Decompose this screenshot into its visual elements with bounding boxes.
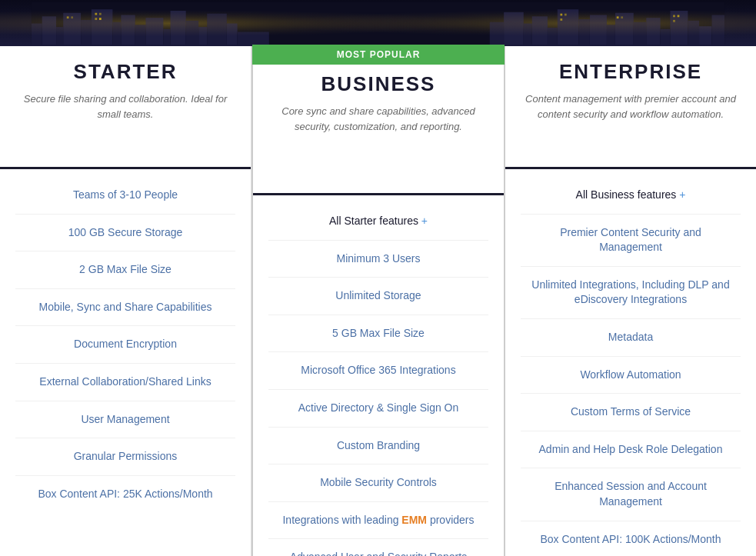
svg-rect-14 [171, 11, 186, 45]
svg-rect-42 [71, 16, 73, 18]
business-features: All Starter features + Minimum 3 Users U… [253, 195, 504, 556]
pricing-table: STARTER Secure file sharing and collabor… [0, 46, 756, 556]
enterprise-column: ENTERPRISE Content management with premi… [505, 46, 756, 556]
svg-rect-49 [678, 15, 680, 17]
svg-rect-22 [524, 23, 532, 45]
list-item: Mobile, Sync and Share Capabilities [15, 289, 235, 327]
business-column: MOST POPULAR BUSINESS Core sync and shar… [251, 46, 505, 556]
enterprise-features: All Business features + Premier Content … [505, 169, 756, 556]
list-item: Custom Branding [268, 428, 488, 465]
svg-rect-25 [558, 9, 579, 45]
svg-rect-6 [63, 12, 81, 44]
svg-rect-28 [607, 25, 615, 45]
svg-rect-48 [673, 15, 675, 17]
list-item: Box Content API: 25K Actions/Month [15, 476, 235, 513]
svg-rect-9 [112, 22, 121, 44]
list-item: Admin and Help Desk Role Delegation [521, 431, 741, 469]
svg-rect-10 [121, 15, 135, 45]
svg-rect-21 [504, 12, 524, 44]
svg-rect-46 [617, 16, 619, 18]
svg-rect-33 [670, 11, 688, 45]
most-popular-badge: MOST POPULAR [252, 45, 505, 65]
svg-rect-26 [578, 19, 590, 45]
svg-rect-44 [565, 13, 567, 15]
starter-column: STARTER Secure file sharing and collabor… [0, 46, 251, 556]
svg-rect-24 [548, 28, 558, 45]
svg-rect-29 [615, 12, 634, 44]
svg-rect-47 [621, 16, 623, 18]
svg-rect-41 [67, 16, 69, 18]
business-header: BUSINESS Core sync and share capabilitie… [253, 72, 504, 195]
list-item: 100 GB Secure Storage [15, 215, 235, 252]
svg-rect-39 [95, 18, 97, 20]
svg-rect-40 [99, 18, 102, 20]
list-item: Box Content API: 100K Actions/Month [521, 521, 741, 556]
svg-rect-19 [238, 32, 269, 45]
svg-rect-15 [186, 20, 199, 44]
svg-rect-36 [712, 15, 725, 45]
svg-rect-7 [81, 19, 92, 44]
svg-rect-18 [227, 23, 238, 45]
list-item: Integrations with leading EMM providers [268, 502, 488, 540]
svg-rect-16 [198, 27, 207, 45]
all-starter-label: All Starter features + [329, 215, 428, 227]
enterprise-header: ENTERPRISE Content management with premi… [505, 46, 756, 169]
list-item: Unlimited Integrations, Including DLP an… [521, 267, 741, 319]
list-item: Enhanced Session and Account Management [521, 468, 741, 521]
starter-plan-desc: Secure file sharing and collaboration. I… [15, 92, 235, 122]
list-item: Premier Content Security and Management [521, 215, 741, 267]
enterprise-plan-name: ENTERPRISE [559, 60, 702, 84]
list-item: User Management [15, 401, 235, 439]
svg-rect-37 [95, 12, 97, 15]
svg-rect-20 [490, 22, 504, 44]
svg-rect-38 [99, 12, 102, 15]
list-item: 5 GB Max File Size [268, 315, 488, 353]
list-item: Microsoft Office 365 Integrations [268, 352, 488, 390]
list-item: Metadata [521, 319, 741, 357]
svg-rect-23 [532, 16, 548, 45]
starter-features: Teams of 3-10 People 100 GB Secure Stora… [0, 169, 251, 520]
svg-rect-1 [32, 2, 724, 45]
starter-header: STARTER Secure file sharing and collabor… [0, 46, 251, 169]
list-item: 2 GB Max File Size [15, 251, 235, 289]
header-banner [0, 0, 756, 46]
svg-rect-32 [661, 28, 671, 44]
list-item: Custom Terms of Service [521, 394, 741, 431]
svg-rect-30 [634, 22, 647, 44]
business-plan-name: BUSINESS [321, 72, 436, 96]
list-item: Active Directory & Single Sign On [268, 390, 488, 428]
svg-rect-35 [699, 26, 712, 45]
svg-rect-3 [32, 23, 42, 45]
svg-rect-5 [56, 27, 63, 45]
list-item: Advanced User and Security Reports [268, 539, 488, 556]
list-item: All Business features + [521, 177, 741, 215]
business-plan-desc: Core sync and share capabilities, advanc… [268, 104, 488, 134]
svg-rect-31 [646, 18, 660, 45]
skyline-svg [0, 2, 756, 45]
svg-rect-11 [135, 25, 146, 45]
list-item: Workflow Automation [521, 357, 741, 395]
list-item: Mobile Security Controls [268, 464, 488, 502]
list-item: External Collaboration/Shared Links [15, 364, 235, 401]
list-item: Teams of 3-10 People [15, 177, 235, 215]
list-item: Document Encryption [15, 326, 235, 364]
svg-rect-4 [42, 16, 56, 45]
svg-rect-2 [32, 2, 724, 45]
list-item: All Starter features + [268, 203, 488, 241]
list-item: Granular Permissions [15, 438, 235, 476]
svg-rect-27 [590, 15, 607, 45]
list-item: Minimum 3 Users [268, 241, 488, 278]
svg-rect-13 [163, 28, 170, 44]
svg-rect-17 [207, 13, 227, 44]
svg-rect-50 [673, 19, 675, 22]
svg-rect-34 [688, 20, 699, 44]
svg-rect-8 [92, 9, 113, 45]
list-item: Unlimited Storage [268, 278, 488, 315]
svg-rect-12 [145, 18, 163, 45]
enterprise-plan-desc: Content management with premier account … [521, 92, 741, 122]
starter-plan-name: STARTER [74, 60, 178, 84]
svg-rect-43 [560, 13, 562, 15]
svg-rect-0 [32, 2, 724, 45]
svg-rect-45 [560, 18, 562, 21]
